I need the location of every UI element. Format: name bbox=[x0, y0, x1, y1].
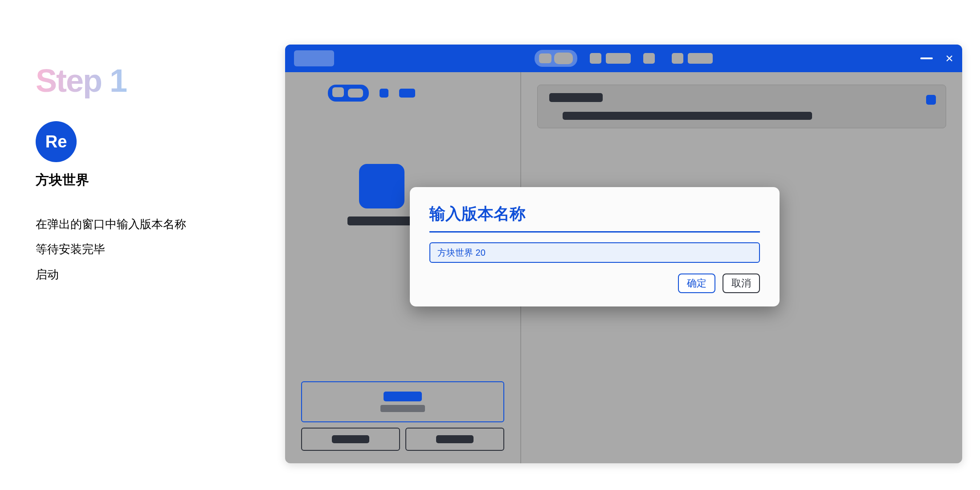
sidebar-label-placeholder bbox=[399, 89, 415, 98]
step-heading: Step 1 bbox=[36, 62, 223, 99]
card-title-placeholder bbox=[549, 93, 603, 102]
instruction-line: 在弹出的窗口中输入版本名称 bbox=[36, 216, 223, 232]
sidebar-top-controls bbox=[328, 85, 504, 102]
dialog-actions: 确定 取消 bbox=[429, 274, 760, 293]
titlebar-nav-group[interactable] bbox=[643, 53, 659, 64]
sidebar-toggle-pill[interactable] bbox=[328, 85, 369, 102]
info-card bbox=[537, 85, 946, 128]
window-controls: × bbox=[920, 51, 953, 66]
titlebar-center-controls bbox=[535, 50, 713, 67]
button-sublabel-placeholder bbox=[380, 405, 425, 412]
dialog-title: 输入版本名称 bbox=[429, 203, 760, 233]
nav-icon-placeholder bbox=[643, 53, 655, 64]
app-badge-text: Re bbox=[45, 132, 67, 151]
button-label-placeholder bbox=[384, 392, 422, 401]
cancel-button[interactable]: 取消 bbox=[723, 274, 760, 293]
ok-button[interactable]: 确定 bbox=[678, 274, 715, 293]
launch-button[interactable] bbox=[301, 381, 504, 422]
instruction-line: 等待安装完毕 bbox=[36, 241, 223, 257]
app-badge-icon: Re bbox=[36, 121, 77, 162]
button-label-placeholder bbox=[436, 435, 474, 443]
instruction-line: 启动 bbox=[36, 266, 223, 282]
instruction-panel: Step 1 Re 方块世界 在弹出的窗口中输入版本名称 等待安装完毕 启动 bbox=[36, 62, 223, 291]
sidebar-bottom-actions bbox=[301, 381, 504, 451]
nav-icon-placeholder bbox=[590, 53, 601, 64]
sidebar-action-button[interactable] bbox=[301, 428, 400, 451]
titlebar-nav-group[interactable] bbox=[590, 53, 631, 64]
expand-icon[interactable] bbox=[926, 95, 936, 105]
pill-segment bbox=[347, 87, 364, 99]
titlebar-toggle-pill[interactable] bbox=[535, 50, 577, 67]
pill-segment bbox=[554, 53, 573, 64]
titlebar: × bbox=[285, 45, 962, 72]
titlebar-nav-group[interactable] bbox=[672, 53, 713, 64]
game-thumbnail-placeholder bbox=[359, 164, 404, 208]
sidebar-button-row bbox=[301, 428, 504, 451]
app-window: × bbox=[285, 45, 962, 463]
close-icon[interactable]: × bbox=[945, 51, 953, 66]
game-title-placeholder bbox=[347, 216, 414, 225]
pill-segment bbox=[332, 87, 344, 97]
nav-icon-placeholder bbox=[672, 53, 683, 64]
nav-label-placeholder bbox=[688, 53, 713, 64]
version-name-input[interactable] bbox=[429, 242, 760, 263]
version-name-dialog: 输入版本名称 确定 取消 bbox=[410, 187, 780, 306]
minimize-icon[interactable] bbox=[920, 57, 933, 59]
sidebar-icon-placeholder[interactable] bbox=[380, 89, 388, 98]
sidebar-action-button[interactable] bbox=[405, 428, 504, 451]
pill-segment bbox=[539, 53, 551, 63]
card-text-placeholder bbox=[563, 112, 812, 120]
titlebar-logo-placeholder bbox=[294, 50, 334, 66]
nav-label-placeholder bbox=[606, 53, 631, 64]
app-name-label: 方块世界 bbox=[36, 171, 223, 189]
button-label-placeholder bbox=[332, 435, 369, 443]
